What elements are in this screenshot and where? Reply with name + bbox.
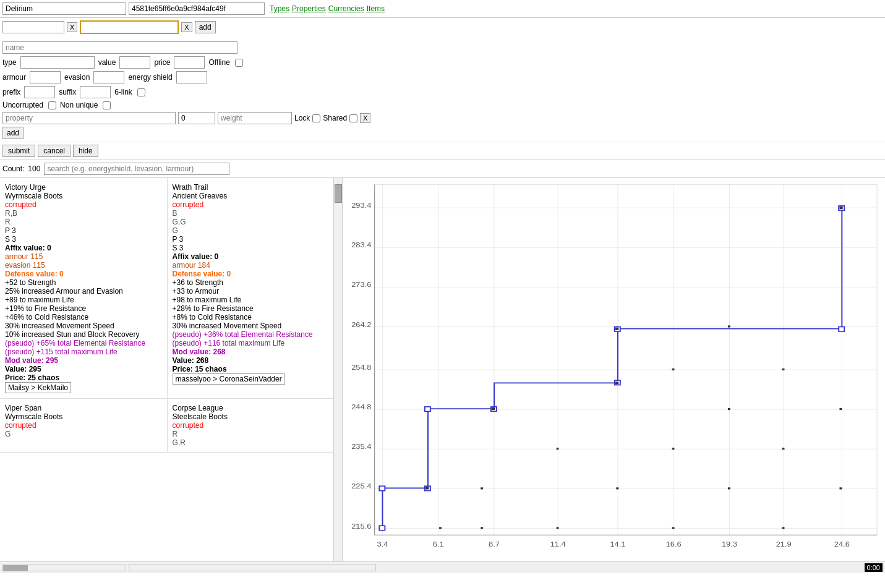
svg-text:16.6: 16.6 <box>666 541 682 549</box>
hide-button[interactable]: hide <box>73 145 98 157</box>
price-input[interactable]: 1 <box>174 56 205 69</box>
armour-input[interactable]: 0 <box>30 71 61 83</box>
price-label: price <box>154 58 170 67</box>
item-mods-1: +52 to Strength 25% increased Armour and… <box>5 278 162 339</box>
svg-rect-58 <box>557 448 559 450</box>
svg-rect-65 <box>728 325 730 327</box>
nav-links: Types Properties Currencies Items <box>270 4 385 13</box>
evasion-input[interactable]: 0 <box>93 71 124 83</box>
svg-text:8.7: 8.7 <box>489 541 500 549</box>
item-value-2: Value: 268 <box>173 356 329 365</box>
prefix-label: prefix <box>2 88 20 96</box>
uncorrupted-checkbox[interactable] <box>48 101 56 109</box>
submit-button[interactable]: submit <box>2 145 35 157</box>
svg-rect-49 <box>839 207 842 209</box>
nav-types[interactable]: Types <box>270 4 289 13</box>
name-clear-button[interactable]: X <box>181 22 192 32</box>
svg-text:264.2: 264.2 <box>351 321 371 329</box>
cancel-button[interactable]: cancel <box>38 145 71 157</box>
item-mods-2: +36 to Strength +33 to Armour +98 to max… <box>173 278 329 330</box>
item-corrupted-2: corrupted <box>173 200 329 209</box>
property-input[interactable] <box>2 112 176 124</box>
item-name-4: Corpse League <box>173 404 329 412</box>
count-bar: Count: 100 <box>0 160 885 178</box>
filter-add-button[interactable]: add <box>195 21 216 33</box>
svg-text:21.9: 21.9 <box>776 541 792 549</box>
svg-text:273.6: 273.6 <box>351 281 372 289</box>
energy-shield-input[interactable]: 0 <box>176 71 207 83</box>
bottom-bar: 0:00 <box>0 561 885 573</box>
item-base-1: Wyrmscale Boots <box>5 192 162 200</box>
item-sockets-2: BG,GG <box>173 209 329 235</box>
weight-input[interactable] <box>218 112 292 124</box>
type-clear-button[interactable]: X <box>67 22 77 32</box>
nav-properties[interactable]: Properties <box>292 4 326 13</box>
item-seller-2: masselyoo > CoronaSeinVadder <box>173 373 285 385</box>
svg-text:19.3: 19.3 <box>722 541 738 549</box>
league-input[interactable]: Delirium <box>2 2 126 15</box>
item-base-4: Steelscale Boots <box>173 412 329 421</box>
item-price-1: Price: 25 chaos <box>5 373 162 382</box>
svg-rect-52 <box>557 527 559 529</box>
sixlink-checkbox[interactable] <box>137 88 145 96</box>
id-input[interactable]: 4581fe65ff6e0a9cf984afc49f <box>129 2 265 15</box>
property-row: Lock Shared X <box>2 112 883 124</box>
main-content: Victory Urge Wyrmscale Boots corrupted R… <box>0 178 885 561</box>
item-suffix-1: S 3 <box>5 235 162 244</box>
svg-rect-51 <box>481 527 483 529</box>
svg-rect-53 <box>616 487 618 489</box>
svg-rect-44 <box>839 327 844 331</box>
svg-rect-55 <box>728 487 730 489</box>
type-filter-input[interactable]: boots <box>2 21 64 33</box>
item-pseudo-2: (pseudo) +36% total Elemental Resistance… <box>173 330 329 347</box>
item-card-2[interactable]: Wrath Trail Ancient Greaves corrupted BG… <box>167 178 334 399</box>
type-label: type <box>2 58 17 67</box>
svg-rect-59 <box>672 448 675 450</box>
item-sockets-1: R,BR <box>5 209 162 226</box>
value-input[interactable]: 0 <box>119 56 150 69</box>
svg-rect-48 <box>615 381 618 384</box>
svg-rect-64 <box>782 369 785 370</box>
shared-checkbox[interactable] <box>349 114 357 122</box>
name-filter-input[interactable]: name <box>80 20 179 34</box>
non-unique-checkbox[interactable] <box>103 101 111 109</box>
search-input[interactable] <box>44 163 229 175</box>
nav-items[interactable]: Items <box>367 4 385 13</box>
item-card-1[interactable]: Victory Urge Wyrmscale Boots corrupted R… <box>0 178 167 399</box>
item-mod-value-2: Mod value: 268 <box>173 347 329 356</box>
value-label: value <box>98 58 116 67</box>
item-name-2: Wrath Trail <box>173 183 329 192</box>
svg-text:11.4: 11.4 <box>550 541 566 549</box>
item-value-1: Value: 295 <box>5 365 162 373</box>
suffix-input[interactable]: 0 <box>80 86 111 98</box>
items-list[interactable]: Victory Urge Wyrmscale Boots corrupted R… <box>0 178 334 561</box>
type-input[interactable] <box>20 56 95 69</box>
svg-rect-56 <box>782 527 785 529</box>
item-name-3: Viper Span <box>5 404 162 412</box>
property-value-input[interactable] <box>178 112 215 124</box>
add-property-button[interactable]: add <box>2 127 24 139</box>
property-remove-button[interactable]: X <box>360 113 370 123</box>
nav-currencies[interactable]: Currencies <box>328 4 364 13</box>
name-input[interactable] <box>2 41 237 54</box>
filter-row: boots X name X add <box>0 18 885 36</box>
bottom-scroll[interactable] <box>2 564 376 571</box>
svg-rect-40 <box>425 407 430 411</box>
svg-rect-38 <box>379 486 385 490</box>
item-price-2: Price: 15 chaos <box>173 365 329 373</box>
item-card-4[interactable]: Corpse League Steelscale Boots corrupted… <box>167 399 334 453</box>
item-card-3[interactable]: Viper Span Wyrmscale Boots corrupted G <box>0 399 167 453</box>
item-sockets-4: R <box>173 430 329 438</box>
items-row-2: Viper Span Wyrmscale Boots corrupted G C… <box>0 399 333 453</box>
time-display: 0:00 <box>865 563 883 572</box>
lock-checkbox[interactable] <box>312 114 320 122</box>
offline-checkbox[interactable] <box>235 59 243 67</box>
count-value: 100 <box>28 164 40 173</box>
item-prefix-2: P 3 <box>173 235 329 244</box>
item-mod-value-1: Mod value: 295 <box>5 356 162 365</box>
item-pseudo-1: (pseudo) +65% total Elemental Resistance… <box>5 339 162 356</box>
item-base-3: Wyrmscale Boots <box>5 412 162 421</box>
item-base-2: Ancient Greaves <box>173 192 329 200</box>
list-scrollbar[interactable] <box>334 178 343 561</box>
prefix-input[interactable]: 0 <box>24 86 55 98</box>
